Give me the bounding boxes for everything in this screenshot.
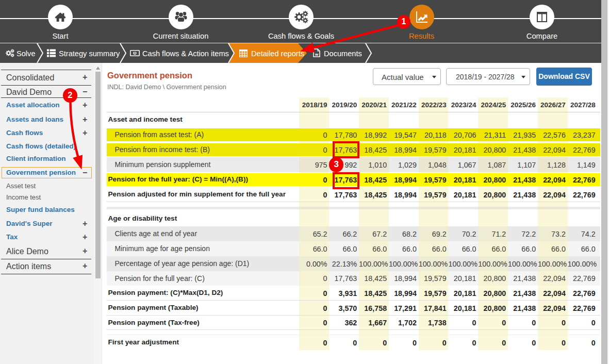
svg-text:8: 8 [134,51,136,55]
svg-text:w: w [315,52,319,57]
